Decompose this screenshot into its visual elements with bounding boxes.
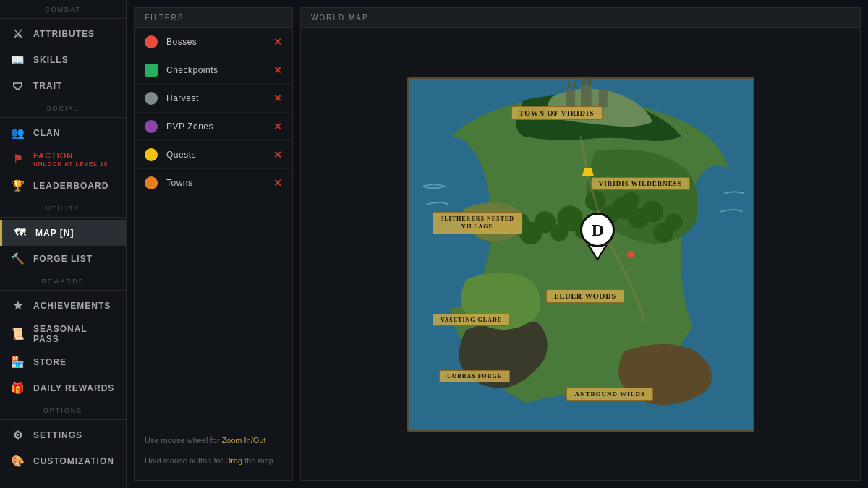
settings-icon: ⚙ (10, 427, 26, 443)
store-icon: 🏪 (10, 354, 26, 370)
marker-pin (587, 245, 608, 261)
sidebar-item-trait[interactable]: 🛡TRAIT (0, 73, 126, 99)
section-label-utility: UTILITY (0, 199, 126, 215)
towns-label: Towns (166, 178, 265, 188)
section-label-social: SOCIAL (0, 99, 126, 115)
settings-label: SETTINGS (33, 430, 82, 440)
banner-vaseting-glade: Vaseting Glade (433, 314, 510, 326)
drag-hint: Drag (225, 456, 242, 465)
svg-point-20 (622, 192, 639, 209)
filter-pvp-zones[interactable]: PVP Zones ✕ (135, 113, 292, 141)
svg-rect-5 (568, 82, 571, 88)
store-label: STORE (33, 357, 67, 367)
svg-point-26 (627, 251, 634, 258)
checkpoints-dot (145, 64, 158, 77)
sidebar-item-map[interactable]: 🗺MAP [N] (0, 220, 126, 246)
checkpoints-remove[interactable]: ✕ (273, 64, 282, 76)
map-label: MAP [N] (35, 228, 74, 238)
customization-icon: 🎨 (10, 453, 26, 469)
pvp-remove[interactable]: ✕ (273, 121, 282, 132)
filters-header: FILTERS (135, 8, 292, 28)
sidebar-item-store[interactable]: 🏪STORE (0, 349, 126, 375)
banner-viridis-wilderness: Viridis Wilderness (591, 177, 690, 190)
banner-town-viridis: Town Of Viridis (511, 106, 603, 120)
section-label-combat: COMBAT (0, 0, 126, 16)
svg-rect-3 (581, 85, 592, 107)
towns-dot (145, 176, 158, 189)
filter-towns[interactable]: Towns ✕ (135, 169, 292, 197)
svg-rect-8 (587, 79, 590, 85)
leaderboard-icon: 🏆 (10, 178, 26, 194)
svg-rect-6 (574, 82, 576, 88)
map-icon: 🗺 (12, 225, 28, 241)
svg-rect-4 (598, 89, 607, 107)
quests-remove[interactable]: ✕ (273, 149, 282, 160)
daily-rewards-icon: 🎁 (10, 380, 26, 396)
zoom-hint: Zoom In/Out (221, 436, 265, 445)
map-header: WORLD MAP (301, 8, 860, 28)
filter-quests[interactable]: Quests ✕ (135, 141, 292, 169)
sidebar-item-forge-list[interactable]: 🔨FORGE LIST (0, 246, 126, 272)
quests-label: Quests (166, 150, 265, 160)
seasonal-pass-icon: 📜 (10, 326, 26, 342)
forge-list-label: FORGE LIST (33, 254, 93, 264)
forge-list-icon: 🔨 (10, 251, 26, 267)
section-label-rewards: REWARDS (0, 272, 126, 288)
towns-remove[interactable]: ✕ (273, 177, 282, 189)
map-container[interactable]: Town Of Viridis Viridis Wilderness Slith… (301, 28, 860, 480)
harvest-label: Harvest (166, 93, 265, 103)
pvp-dot (145, 120, 158, 133)
sidebar-item-leaderboard[interactable]: 🏆LEADERBOARD (0, 173, 126, 199)
filters-panel: FILTERS Bosses ✕ Checkpoints ✕ Harvest ✕… (134, 7, 293, 481)
faction-icon: ⚑ (10, 151, 26, 167)
bosses-remove[interactable]: ✕ (273, 36, 282, 48)
clan-icon: 👥 (10, 125, 26, 141)
trait-icon: 🛡 (10, 78, 26, 94)
banner-elder-woods: Elder Woods (546, 289, 624, 303)
sidebar-item-skills[interactable]: 📖SKILLS (0, 47, 126, 73)
sidebar-item-clan[interactable]: 👥CLAN (0, 120, 126, 146)
section-label-options: OPTIONS (0, 401, 126, 417)
bosses-label: Bosses (166, 37, 265, 47)
daily-rewards-label: DAILY REWARDS (33, 383, 114, 393)
svg-rect-7 (582, 79, 584, 85)
sidebar-item-seasonal-pass[interactable]: 📜SEASONAL PASS (0, 319, 126, 349)
sidebar-item-achievements[interactable]: ★ACHIEVEMENTS (0, 293, 126, 319)
attributes-label: ATTRIBUTES (33, 29, 95, 39)
attributes-icon: ⚔ (10, 26, 26, 42)
sidebar-item-daily-rewards[interactable]: 🎁DAILY REWARDS (0, 375, 126, 401)
sidebar-item-faction[interactable]: ⚑FACTIONUnlock at level 10 (0, 146, 126, 173)
filter-bosses[interactable]: Bosses ✕ (135, 28, 292, 56)
main-content: FILTERS Bosses ✕ Checkpoints ✕ Harvest ✕… (127, 0, 868, 488)
map-panel: WORLD MAP (300, 7, 861, 481)
svg-rect-2 (566, 89, 575, 107)
sidebar-item-settings[interactable]: ⚙SETTINGS (0, 422, 126, 448)
sidebar-item-attributes[interactable]: ⚔ATTRIBUTES (0, 21, 126, 47)
skills-label: SKILLS (33, 55, 69, 65)
skills-icon: 📖 (10, 52, 26, 68)
filters-hint: Use mouse wheel for Zoom In/Out Hold mou… (135, 422, 292, 480)
pvp-label: PVP Zones (166, 121, 265, 132)
banner-slitherers: Slitherers NestedVillage (433, 212, 522, 234)
world-map[interactable]: Town Of Viridis Viridis Wilderness Slith… (407, 77, 754, 432)
checkpoints-label: Checkpoints (166, 65, 265, 75)
harvest-remove[interactable]: ✕ (273, 93, 282, 104)
marker-symbol: D (580, 213, 615, 247)
filter-checkpoints[interactable]: Checkpoints ✕ (135, 56, 292, 85)
leaderboard-label: LEADERBOARD (33, 181, 109, 191)
achievements-icon: ★ (10, 298, 26, 314)
svg-point-25 (653, 223, 673, 243)
seasonal-pass-label: SEASONAL PASS (33, 324, 116, 344)
banner-cobras-forge: Cobras Forge (439, 370, 510, 382)
bosses-dot (145, 35, 158, 48)
player-marker: D (580, 213, 615, 261)
achievements-label: ACHIEVEMENTS (33, 301, 111, 311)
banner-antbound-wilds: Antbound Wilds (566, 388, 653, 401)
sidebar: COMBAT⚔ATTRIBUTES📖SKILLS🛡TRAITSOCIAL👥CLA… (0, 0, 127, 488)
filter-harvest[interactable]: Harvest ✕ (135, 85, 292, 113)
customization-label: CUSTOMIZATION (33, 456, 114, 466)
sidebar-item-customization[interactable]: 🎨CUSTOMIZATION (0, 448, 126, 474)
quests-dot (145, 148, 158, 161)
harvest-dot (145, 92, 158, 105)
svg-point-21 (642, 200, 663, 222)
